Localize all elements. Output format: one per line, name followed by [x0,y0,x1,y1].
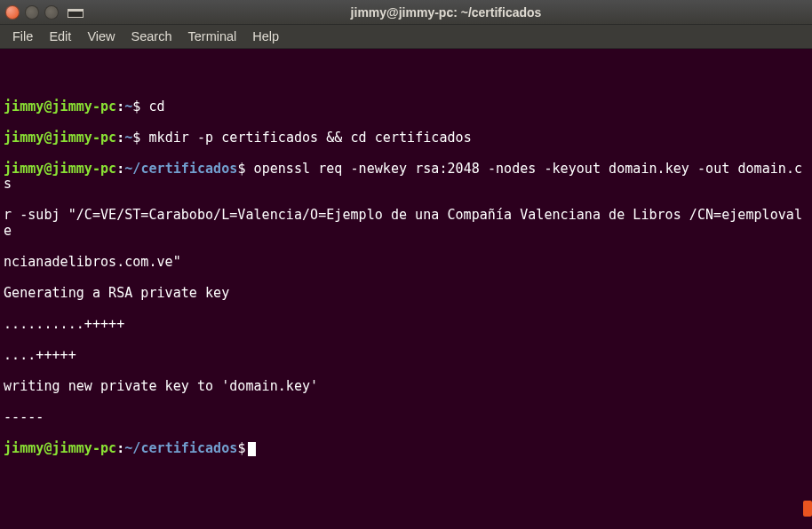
terminal-area[interactable]: jimmy@jimmy-pc:~$ cd jimmy@jimmy-pc:~$ m… [0,49,812,476]
menu-view[interactable]: View [80,27,122,46]
ps-user: jimmy@jimmy-pc [4,161,116,177]
ps-user: jimmy@jimmy-pc [4,99,116,114]
command-text: mkdir -p certificados && cd certificados [140,130,471,146]
menu-terminal[interactable]: Terminal [181,27,244,46]
terminal-line: ncianadelibros.com.ve" [4,255,808,271]
menu-file[interactable]: File [5,27,40,46]
ps-colon: : [116,440,124,456]
terminal-line: jimmy@jimmy-pc:~/certificados$ openssl r… [4,162,808,193]
output-line: ----- [4,410,808,426]
terminal-line: jimmy@jimmy-pc:~/certificados$ [4,441,808,457]
menu-search[interactable]: Search [124,27,179,46]
ps-colon: : [116,130,124,146]
window-title: jimmy@jimmy-pc: ~/certificados [85,5,807,20]
minimize-icon[interactable] [25,5,39,20]
scrollbar-thumb[interactable] [803,501,812,517]
ps-path: ~/certificados [124,161,237,177]
command-text: cd [140,99,164,114]
ps-dollar: $ [237,440,245,456]
output-line: ..........+++++ [4,317,808,333]
menu-edit[interactable]: Edit [42,27,78,46]
output-line: ....+++++ [4,348,808,364]
terminal-line: r -subj "/C=VE/ST=Carabobo/L=Valencia/O=… [4,208,808,239]
close-icon[interactable] [5,5,20,20]
terminal-blank-line [4,68,808,84]
ps-path: ~ [124,99,132,114]
ps-path: ~ [124,130,132,146]
maximize-icon[interactable] [44,5,59,20]
output-line: writing new private key to 'domain.key' [4,379,808,395]
output-line: Generating a RSA private key [4,286,808,302]
menu-help[interactable]: Help [245,27,286,46]
menubar: File Edit View Search Terminal Help [0,25,812,49]
ps-user: jimmy@jimmy-pc [4,130,116,146]
ps-path: ~/certificados [124,440,237,456]
ps-user: jimmy@jimmy-pc [4,440,116,456]
ps-colon: : [116,99,124,114]
terminal-line: jimmy@jimmy-pc:~$ mkdir -p certificados … [4,130,808,146]
terminal-line: jimmy@jimmy-pc:~$ cd [4,99,808,115]
ps-colon: : [116,161,124,177]
cursor-icon [248,442,256,456]
window-buttons [5,5,59,20]
titlebar: jimmy@jimmy-pc: ~/certificados [0,0,812,25]
terminal-window-icon [66,5,85,20]
